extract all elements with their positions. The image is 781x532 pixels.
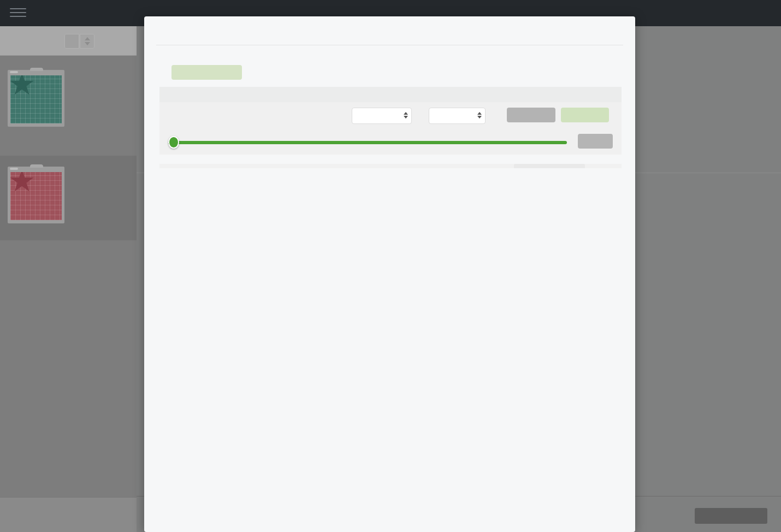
multi-cut-select[interactable] xyxy=(352,108,412,124)
modal-divider xyxy=(156,45,623,45)
cricut-brand-mark xyxy=(10,168,18,170)
select-arrows-icon xyxy=(477,112,482,119)
slider-range-labels xyxy=(159,150,567,155)
custom-materials-modal xyxy=(144,16,635,532)
stepper-up-icon[interactable] xyxy=(85,37,90,40)
editor-row xyxy=(159,102,622,129)
mats-sidebar: ★ ★ xyxy=(0,26,137,532)
increment-button[interactable] xyxy=(578,134,595,149)
clipped-table-row xyxy=(159,164,622,168)
mat-2-thumbnail[interactable]: ★ xyxy=(8,167,64,223)
table-spacer xyxy=(159,155,622,164)
cricut-brand-mark xyxy=(10,71,18,73)
stepper-down-icon[interactable] xyxy=(85,42,90,45)
select-arrows-icon xyxy=(404,112,408,119)
pressure-slider-track[interactable] xyxy=(168,141,567,144)
pressure-stepper xyxy=(578,134,613,149)
copies-stepper[interactable] xyxy=(80,34,94,49)
project-copies-input[interactable] xyxy=(64,34,79,49)
machine-row xyxy=(167,65,635,80)
star-shape-icon: ★ xyxy=(10,75,36,99)
switch-machine-button[interactable] xyxy=(171,65,242,80)
mat-1-thumbnail[interactable]: ★ xyxy=(8,70,64,127)
sidebar-bottom-bar xyxy=(0,497,137,532)
table-header-row xyxy=(159,87,622,102)
mat-1-grid: ★ xyxy=(10,75,62,123)
slider-thumb[interactable] xyxy=(168,136,179,149)
materials-table xyxy=(159,87,622,168)
pressure-slider-area xyxy=(159,129,622,150)
mat-tab xyxy=(30,68,43,71)
menu-icon[interactable] xyxy=(10,8,26,18)
decrement-button[interactable] xyxy=(595,134,613,149)
editor-cancel-button[interactable] xyxy=(507,108,555,122)
mat-2-grid: ★ xyxy=(10,172,62,220)
star-shape-icon: ★ xyxy=(10,172,36,196)
editor-save-button[interactable] xyxy=(561,108,609,122)
material-editor-block xyxy=(159,102,622,155)
project-copies-bar xyxy=(0,26,137,56)
background-cancel-button[interactable] xyxy=(695,508,767,524)
mat-card-1[interactable]: ★ xyxy=(0,56,137,156)
mat-tab xyxy=(30,164,43,168)
sidebar-filler xyxy=(0,240,137,497)
slider-track-filled xyxy=(168,141,567,144)
mat-card-2[interactable]: ★ xyxy=(0,156,137,240)
blade-type-select[interactable] xyxy=(429,108,486,124)
